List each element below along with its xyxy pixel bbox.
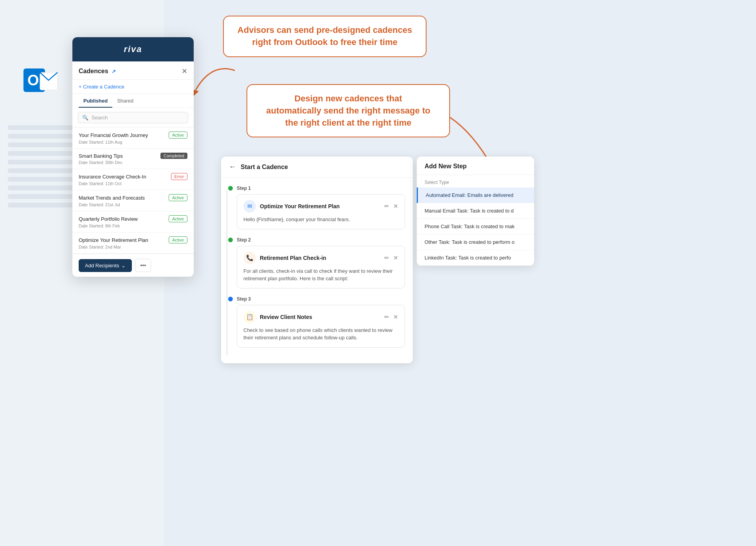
cadence-flow-panel: ← Start a Cadence Step 1 ✉ Optimize Your… — [221, 157, 413, 363]
cadence-badge-2: Error — [171, 173, 187, 180]
flow-header: ← Start a Cadence — [221, 157, 413, 178]
cadences-title-row: Cadences ↗ ✕ — [72, 61, 194, 80]
step-block-3: Step 3 📋 Review Client Notes ✏ ✕ Check t… — [237, 296, 405, 348]
step-2-dot — [228, 238, 233, 242]
create-cadence-button[interactable]: + Create a Cadence — [79, 84, 187, 90]
type-option-phone-call[interactable]: Phone Call Task: Task is created to mak — [417, 219, 534, 234]
cadence-badge-4: Active — [169, 215, 187, 222]
cadence-item-0[interactable]: Your Financial Growth Journey Active Dat… — [72, 128, 194, 149]
close-button[interactable]: ✕ — [182, 67, 187, 76]
riva-logo: riva — [124, 44, 142, 54]
step-1-body: Hello {FirstName}, conquer your financia… — [243, 216, 398, 223]
step-card-1[interactable]: ✉ Optimize Your Retirement Plan ✏ ✕ Hell… — [237, 194, 405, 229]
cadence-date-1: Date Started: 30th Dec — [79, 160, 187, 165]
step-card-3-header: 📋 Review Client Notes ✏ ✕ — [243, 311, 398, 323]
svg-text:O: O — [27, 72, 39, 88]
cadence-name-4: Quarterly Portfolio Review — [79, 216, 138, 222]
annotation-text-1: Advisors can send pre-designed cadences … — [236, 24, 414, 49]
search-row: 🔍 Search — [72, 108, 194, 128]
cadence-name-0: Your Financial Growth Journey — [79, 132, 148, 138]
tab-published[interactable]: Published — [79, 94, 112, 108]
step-1-icon: ✉ — [243, 200, 256, 213]
cadence-badge-0: Active — [169, 132, 187, 139]
cadence-item-1[interactable]: Smart Banking Tips Completed Date Starte… — [72, 149, 194, 169]
step-card-2-header: 📞 Retirement Plan Check-in ✏ ✕ — [243, 252, 398, 264]
back-arrow-button[interactable]: ← — [229, 163, 236, 171]
close-step-1-icon[interactable]: ✕ — [393, 203, 398, 210]
step-card-2-title-row: 📞 Retirement Plan Check-in — [243, 252, 326, 264]
chevron-down-icon: ⌄ — [121, 263, 126, 268]
cadence-list: Your Financial Growth Journey Active Dat… — [72, 128, 194, 254]
step-2-actions: ✏ ✕ — [384, 254, 398, 261]
cadence-item-2[interactable]: Insurance Coverage Check-In Error Date S… — [72, 169, 194, 190]
search-box: 🔍 Search — [78, 112, 188, 123]
annotation-text-2: Design new cadences that automatically s… — [259, 93, 437, 129]
flow-title: Start a Cadence — [241, 164, 288, 171]
step-2-body: For all clients, check-in via call to ch… — [243, 267, 398, 283]
step-3-body: Check to see based on phone calls which … — [243, 326, 398, 342]
cadence-name-3: Market Trends and Forecasts — [79, 195, 145, 201]
flow-steps: Step 1 ✉ Optimize Your Retirement Plan ✏… — [221, 178, 413, 363]
step-3-icon: 📋 — [243, 311, 256, 323]
edit-step-3-icon[interactable]: ✏ — [384, 314, 389, 321]
external-link-icon[interactable]: ↗ — [112, 68, 116, 74]
step-card-2[interactable]: 📞 Retirement Plan Check-in ✏ ✕ For all c… — [237, 246, 405, 288]
edit-step-2-icon[interactable]: ✏ — [384, 254, 389, 261]
step-card-3-title-row: 📋 Review Client Notes — [243, 311, 312, 323]
cadences-header: riva — [72, 37, 194, 61]
step-card-1-header: ✉ Optimize Your Retirement Plan ✏ ✕ — [243, 200, 398, 213]
more-options-button[interactable]: ••• — [135, 259, 151, 272]
step-card-1-title-row: ✉ Optimize Your Retirement Plan — [243, 200, 340, 213]
cadence-badge-5: Active — [169, 236, 187, 243]
cadences-panel: riva Cadences ↗ ✕ + Create a Cadence Pub… — [72, 37, 194, 277]
tab-shared[interactable]: Shared — [112, 94, 138, 108]
step-1-actions: ✏ ✕ — [384, 203, 398, 210]
cadence-item-5[interactable]: Optimize Your Retirement Plan Active Dat… — [72, 232, 194, 254]
step-3-label: Step 3 — [237, 296, 405, 302]
step-2-name: Retirement Plan Check-in — [260, 255, 326, 261]
cadence-item-3[interactable]: Market Trends and Forecasts Active Date … — [72, 190, 194, 211]
cadence-date-3: Date Started: 21st Jul — [79, 202, 187, 207]
cadence-badge-1: Completed — [160, 153, 187, 159]
tabs-row: Published Shared — [72, 94, 194, 108]
step-1-name: Optimize Your Retirement Plan — [260, 203, 340, 209]
step-3-actions: ✏ ✕ — [384, 314, 398, 321]
step-card-3[interactable]: 📋 Review Client Notes ✏ ✕ Check to see b… — [237, 305, 405, 348]
step-1-dot — [228, 186, 233, 191]
cadence-date-0: Date Started: 11th Aug — [79, 140, 187, 144]
step-3-name: Review Client Notes — [260, 314, 312, 320]
close-step-2-icon[interactable]: ✕ — [393, 254, 398, 261]
step-1-label: Step 1 — [237, 186, 405, 191]
edit-step-1-icon[interactable]: ✏ — [384, 203, 389, 210]
step-block-1: Step 1 ✉ Optimize Your Retirement Plan ✏… — [237, 186, 405, 229]
panel-footer: Add Recipients ⌄ ••• — [72, 254, 194, 277]
outlook-icon: O — [23, 67, 63, 98]
annotation-box-1: Advisors can send pre-designed cadences … — [223, 16, 427, 57]
step-2-icon: 📞 — [243, 252, 256, 264]
step-block-2: Step 2 📞 Retirement Plan Check-in ✏ ✕ Fo… — [237, 237, 405, 288]
cadence-name-1: Smart Banking Tips — [79, 153, 123, 159]
cadence-date-2: Date Started: 11th Oct — [79, 181, 187, 186]
cadence-name-2: Insurance Coverage Check-In — [79, 174, 146, 180]
select-type-label: Select Type — [417, 175, 534, 187]
type-option-manual-email[interactable]: Manual Email Task: Task is created to d — [417, 203, 534, 219]
cadence-date-4: Date Started: 8th Feb — [79, 223, 187, 228]
step-2-label: Step 2 — [237, 237, 405, 243]
add-step-panel: Add New Step Select Type Automated Email… — [417, 157, 534, 266]
search-input[interactable]: Search — [92, 115, 108, 121]
cadence-date-5: Date Started: 2nd Mar — [79, 245, 187, 249]
cadence-badge-3: Active — [169, 194, 187, 201]
cadence-item-4[interactable]: Quarterly Portfolio Review Active Date S… — [72, 211, 194, 232]
type-option-other-task[interactable]: Other Task: Task is created to perform o — [417, 234, 534, 250]
type-option-automated-email[interactable]: Automated Email: Emails are delivered — [417, 187, 534, 203]
add-step-header: Add New Step — [417, 157, 534, 175]
cadence-name-5: Optimize Your Retirement Plan — [79, 237, 148, 243]
create-cadence-row: + Create a Cadence — [72, 80, 194, 94]
annotation-box-2: Design new cadences that automatically s… — [247, 84, 450, 137]
step-3-dot — [228, 297, 233, 301]
add-recipients-button[interactable]: Add Recipients ⌄ — [79, 259, 132, 272]
flow-connector-line — [227, 189, 227, 355]
cadences-title: Cadences ↗ — [79, 68, 116, 75]
close-step-3-icon[interactable]: ✕ — [393, 314, 398, 321]
type-option-linkedin[interactable]: LinkedIn Task: Task is created to perfo — [417, 250, 534, 266]
